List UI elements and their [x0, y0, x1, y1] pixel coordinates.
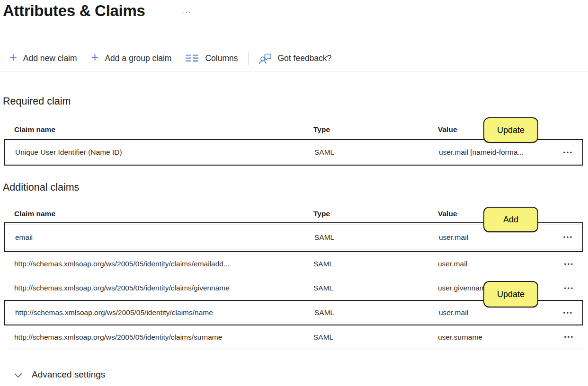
annotation-update-required-claim: Update: [483, 117, 538, 143]
claim-name-cell: email: [5, 233, 314, 242]
columns-button[interactable]: Columns: [186, 53, 238, 63]
columns-icon: [186, 54, 199, 62]
claim-type-cell: SAML: [314, 148, 439, 157]
claim-type-cell: SAML: [314, 308, 439, 317]
claim-name-cell: Unique User Identifier (Name ID): [5, 148, 314, 157]
column-header-type: Type: [313, 210, 438, 218]
claim-name-cell: http://schemas.xmlsoap.org/ws/2005/05/id…: [4, 260, 313, 268]
feedback-icon: [258, 52, 272, 65]
claim-value-cell: user.surname: [438, 333, 554, 342]
plus-icon: +: [9, 51, 17, 64]
table-row-unique-user-identifier[interactable]: Unique User Identifier (Name ID) SAML us…: [4, 139, 583, 166]
annotation-update-name-claim: Update: [483, 281, 538, 307]
claim-name-cell: http://schemas.xmlsoap.org/ws/2005/05/id…: [4, 284, 313, 292]
advanced-settings-label: Advanced settings: [32, 369, 105, 380]
column-header-claim-name: Claim name: [4, 125, 313, 134]
toolbar-rule: [0, 71, 588, 71]
column-header-type: Type: [313, 125, 438, 134]
claim-value-cell: user.mail [nameid-forma...: [439, 148, 553, 157]
row-context-menu-button[interactable]: •••: [554, 261, 583, 268]
columns-label: Columns: [205, 53, 238, 63]
table-row-surname[interactable]: http://schemas.xmlsoap.org/ws/2005/05/id…: [4, 325, 583, 349]
add-new-claim-button[interactable]: + Add new claim: [9, 52, 77, 65]
annotation-add-email-claim: Add: [483, 207, 538, 232]
add-group-claim-button[interactable]: + Add a group claim: [91, 52, 172, 65]
required-claim-heading: Required claim: [3, 96, 71, 107]
got-feedback-button[interactable]: Got feedback?: [258, 52, 332, 65]
title-more-menu[interactable]: ···: [182, 8, 192, 16]
claim-type-cell: SAML: [313, 284, 438, 292]
claim-name-cell: http://schemas.xmlsoap.org/ws/2005/05/id…: [4, 333, 313, 342]
table-row-emailaddress[interactable]: http://schemas.xmlsoap.org/ws/2005/05/id…: [4, 252, 583, 276]
toolbar-divider: [248, 52, 249, 65]
advanced-settings-toggle[interactable]: Advanced settings: [14, 369, 105, 380]
command-bar: + Add new claim + Add a group claim: [9, 49, 331, 67]
plus-icon: +: [91, 51, 99, 64]
claim-type-cell: SAML: [314, 233, 439, 242]
row-context-menu-button[interactable]: •••: [553, 309, 582, 316]
claim-value-cell: user.mail: [439, 233, 553, 242]
got-feedback-label: Got feedback?: [278, 53, 332, 63]
row-context-menu-button[interactable]: •••: [553, 234, 582, 241]
row-context-menu-button[interactable]: •••: [553, 149, 582, 156]
claim-type-cell: SAML: [313, 333, 438, 342]
claim-value-cell: user.mail: [438, 260, 554, 268]
row-context-menu-button[interactable]: •••: [554, 333, 583, 341]
row-context-menu-button[interactable]: •••: [554, 285, 583, 292]
claim-name-cell: http://schemas.xmlsoap.org/ws/2005/05/id…: [5, 308, 314, 317]
column-header-claim-name: Claim name: [4, 210, 313, 218]
attributes-claims-page: Attributes & Claims ··· + Add new claim …: [0, 0, 588, 386]
page-title: Attributes & Claims: [3, 2, 145, 20]
claim-value-cell: user.mail: [439, 308, 553, 317]
add-new-claim-label: Add new claim: [23, 53, 77, 63]
chevron-down-icon: [14, 373, 22, 378]
claim-type-cell: SAML: [313, 260, 438, 268]
add-group-claim-label: Add a group claim: [105, 53, 171, 63]
additional-claims-heading: Additional claims: [3, 182, 79, 193]
